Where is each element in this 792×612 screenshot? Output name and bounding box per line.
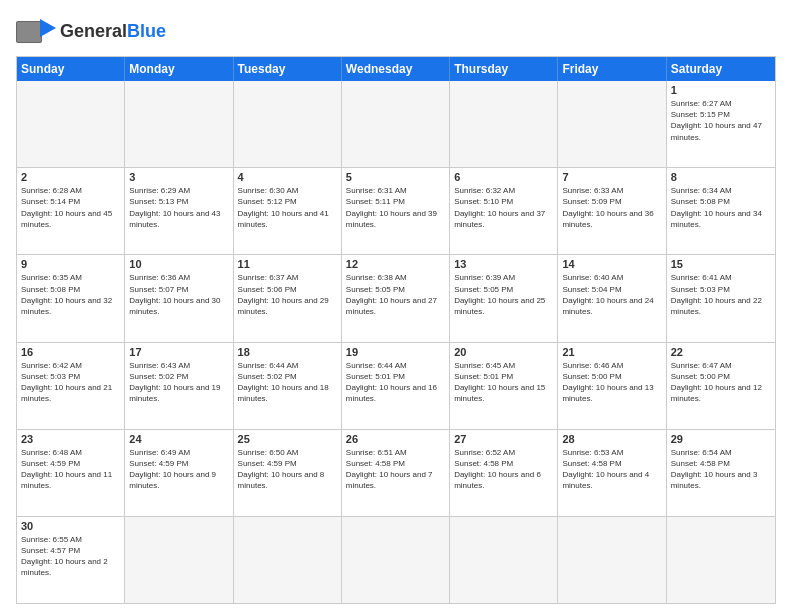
header-day-thursday: Thursday: [450, 57, 558, 81]
svg-marker-2: [40, 19, 56, 37]
day-info: Sunrise: 6:47 AM Sunset: 5:00 PM Dayligh…: [671, 360, 771, 405]
calendar-cell-0-5: [558, 81, 666, 167]
day-number: 2: [21, 171, 120, 183]
day-number: 20: [454, 346, 553, 358]
calendar-row-3: 16Sunrise: 6:42 AM Sunset: 5:03 PM Dayli…: [17, 343, 775, 430]
day-info: Sunrise: 6:44 AM Sunset: 5:01 PM Dayligh…: [346, 360, 445, 405]
day-number: 27: [454, 433, 553, 445]
day-number: 10: [129, 258, 228, 270]
calendar-cell-5-0: 30Sunrise: 6:55 AM Sunset: 4:57 PM Dayli…: [17, 517, 125, 603]
calendar-row-5: 30Sunrise: 6:55 AM Sunset: 4:57 PM Dayli…: [17, 517, 775, 603]
day-info: Sunrise: 6:27 AM Sunset: 5:15 PM Dayligh…: [671, 98, 771, 143]
day-number: 1: [671, 84, 771, 96]
calendar: SundayMondayTuesdayWednesdayThursdayFrid…: [16, 56, 776, 604]
calendar-cell-0-4: [450, 81, 558, 167]
day-info: Sunrise: 6:37 AM Sunset: 5:06 PM Dayligh…: [238, 272, 337, 317]
calendar-cell-3-2: 18Sunrise: 6:44 AM Sunset: 5:02 PM Dayli…: [234, 343, 342, 429]
day-info: Sunrise: 6:40 AM Sunset: 5:04 PM Dayligh…: [562, 272, 661, 317]
day-number: 13: [454, 258, 553, 270]
header-day-wednesday: Wednesday: [342, 57, 450, 81]
day-info: Sunrise: 6:51 AM Sunset: 4:58 PM Dayligh…: [346, 447, 445, 492]
calendar-cell-0-0: [17, 81, 125, 167]
header-day-tuesday: Tuesday: [234, 57, 342, 81]
day-info: Sunrise: 6:34 AM Sunset: 5:08 PM Dayligh…: [671, 185, 771, 230]
day-info: Sunrise: 6:44 AM Sunset: 5:02 PM Dayligh…: [238, 360, 337, 405]
calendar-row-4: 23Sunrise: 6:48 AM Sunset: 4:59 PM Dayli…: [17, 430, 775, 517]
day-number: 29: [671, 433, 771, 445]
calendar-cell-1-0: 2Sunrise: 6:28 AM Sunset: 5:14 PM Daylig…: [17, 168, 125, 254]
calendar-cell-3-5: 21Sunrise: 6:46 AM Sunset: 5:00 PM Dayli…: [558, 343, 666, 429]
calendar-cell-5-3: [342, 517, 450, 603]
day-info: Sunrise: 6:45 AM Sunset: 5:01 PM Dayligh…: [454, 360, 553, 405]
day-number: 15: [671, 258, 771, 270]
generalblue-logo-icon: [16, 16, 56, 48]
day-number: 7: [562, 171, 661, 183]
day-number: 23: [21, 433, 120, 445]
day-info: Sunrise: 6:50 AM Sunset: 4:59 PM Dayligh…: [238, 447, 337, 492]
day-number: 19: [346, 346, 445, 358]
calendar-cell-4-3: 26Sunrise: 6:51 AM Sunset: 4:58 PM Dayli…: [342, 430, 450, 516]
day-info: Sunrise: 6:43 AM Sunset: 5:02 PM Dayligh…: [129, 360, 228, 405]
day-info: Sunrise: 6:54 AM Sunset: 4:58 PM Dayligh…: [671, 447, 771, 492]
day-info: Sunrise: 6:30 AM Sunset: 5:12 PM Dayligh…: [238, 185, 337, 230]
day-info: Sunrise: 6:55 AM Sunset: 4:57 PM Dayligh…: [21, 534, 120, 579]
day-info: Sunrise: 6:28 AM Sunset: 5:14 PM Dayligh…: [21, 185, 120, 230]
day-number: 17: [129, 346, 228, 358]
header-day-monday: Monday: [125, 57, 233, 81]
calendar-cell-5-4: [450, 517, 558, 603]
calendar-cell-1-3: 5Sunrise: 6:31 AM Sunset: 5:11 PM Daylig…: [342, 168, 450, 254]
calendar-cell-2-0: 9Sunrise: 6:35 AM Sunset: 5:08 PM Daylig…: [17, 255, 125, 341]
day-info: Sunrise: 6:29 AM Sunset: 5:13 PM Dayligh…: [129, 185, 228, 230]
calendar-cell-0-2: [234, 81, 342, 167]
header-day-friday: Friday: [558, 57, 666, 81]
calendar-cell-1-2: 4Sunrise: 6:30 AM Sunset: 5:12 PM Daylig…: [234, 168, 342, 254]
header-day-saturday: Saturday: [667, 57, 775, 81]
calendar-row-0: 1Sunrise: 6:27 AM Sunset: 5:15 PM Daylig…: [17, 81, 775, 168]
day-number: 3: [129, 171, 228, 183]
day-number: 28: [562, 433, 661, 445]
calendar-cell-0-3: [342, 81, 450, 167]
calendar-cell-1-1: 3Sunrise: 6:29 AM Sunset: 5:13 PM Daylig…: [125, 168, 233, 254]
day-number: 26: [346, 433, 445, 445]
calendar-cell-4-5: 28Sunrise: 6:53 AM Sunset: 4:58 PM Dayli…: [558, 430, 666, 516]
day-number: 25: [238, 433, 337, 445]
calendar-cell-4-6: 29Sunrise: 6:54 AM Sunset: 4:58 PM Dayli…: [667, 430, 775, 516]
svg-rect-1: [17, 22, 41, 42]
day-info: Sunrise: 6:41 AM Sunset: 5:03 PM Dayligh…: [671, 272, 771, 317]
day-number: 21: [562, 346, 661, 358]
calendar-header: SundayMondayTuesdayWednesdayThursdayFrid…: [17, 57, 775, 81]
day-number: 18: [238, 346, 337, 358]
day-number: 16: [21, 346, 120, 358]
calendar-cell-4-1: 24Sunrise: 6:49 AM Sunset: 4:59 PM Dayli…: [125, 430, 233, 516]
calendar-cell-5-1: [125, 517, 233, 603]
calendar-cell-2-6: 15Sunrise: 6:41 AM Sunset: 5:03 PM Dayli…: [667, 255, 775, 341]
calendar-cell-1-6: 8Sunrise: 6:34 AM Sunset: 5:08 PM Daylig…: [667, 168, 775, 254]
calendar-cell-2-3: 12Sunrise: 6:38 AM Sunset: 5:05 PM Dayli…: [342, 255, 450, 341]
logo-wordmark: GeneralBlue: [60, 22, 166, 42]
calendar-cell-2-5: 14Sunrise: 6:40 AM Sunset: 5:04 PM Dayli…: [558, 255, 666, 341]
calendar-cell-3-3: 19Sunrise: 6:44 AM Sunset: 5:01 PM Dayli…: [342, 343, 450, 429]
day-info: Sunrise: 6:49 AM Sunset: 4:59 PM Dayligh…: [129, 447, 228, 492]
calendar-cell-5-5: [558, 517, 666, 603]
day-number: 9: [21, 258, 120, 270]
header-day-sunday: Sunday: [17, 57, 125, 81]
calendar-cell-0-6: 1Sunrise: 6:27 AM Sunset: 5:15 PM Daylig…: [667, 81, 775, 167]
calendar-cell-2-2: 11Sunrise: 6:37 AM Sunset: 5:06 PM Dayli…: [234, 255, 342, 341]
day-number: 22: [671, 346, 771, 358]
day-info: Sunrise: 6:53 AM Sunset: 4:58 PM Dayligh…: [562, 447, 661, 492]
calendar-cell-0-1: [125, 81, 233, 167]
calendar-cell-4-0: 23Sunrise: 6:48 AM Sunset: 4:59 PM Dayli…: [17, 430, 125, 516]
day-number: 12: [346, 258, 445, 270]
day-info: Sunrise: 6:39 AM Sunset: 5:05 PM Dayligh…: [454, 272, 553, 317]
day-info: Sunrise: 6:36 AM Sunset: 5:07 PM Dayligh…: [129, 272, 228, 317]
calendar-cell-1-5: 7Sunrise: 6:33 AM Sunset: 5:09 PM Daylig…: [558, 168, 666, 254]
logo: GeneralBlue: [16, 16, 166, 48]
day-number: 4: [238, 171, 337, 183]
calendar-cell-2-4: 13Sunrise: 6:39 AM Sunset: 5:05 PM Dayli…: [450, 255, 558, 341]
page: GeneralBlue SundayMondayTuesdayWednesday…: [0, 0, 792, 612]
header: GeneralBlue: [16, 16, 776, 48]
calendar-cell-3-4: 20Sunrise: 6:45 AM Sunset: 5:01 PM Dayli…: [450, 343, 558, 429]
day-info: Sunrise: 6:46 AM Sunset: 5:00 PM Dayligh…: [562, 360, 661, 405]
day-info: Sunrise: 6:42 AM Sunset: 5:03 PM Dayligh…: [21, 360, 120, 405]
calendar-body: 1Sunrise: 6:27 AM Sunset: 5:15 PM Daylig…: [17, 81, 775, 603]
